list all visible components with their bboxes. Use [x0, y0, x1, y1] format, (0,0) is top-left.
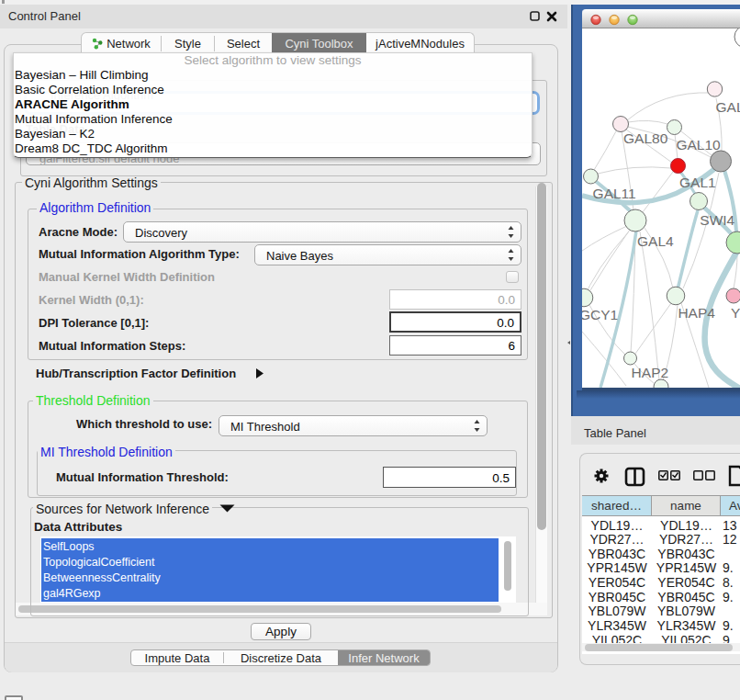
svg-text:GAL4: GAL4	[637, 233, 674, 249]
svg-text:GAL10: GAL10	[676, 137, 721, 152]
svg-text:GAL1: GAL1	[679, 175, 716, 190]
svg-text:Y: Y	[731, 305, 740, 321]
svg-text:GAL11: GAL11	[593, 186, 636, 201]
svg-text:HAP4: HAP4	[678, 305, 715, 321]
svg-text:GCY1: GCY1	[582, 307, 618, 322]
svg-text:GAL80: GAL80	[623, 130, 668, 146]
svg-text:GAL: GAL	[716, 99, 740, 115]
svg-text:HAP2: HAP2	[632, 365, 669, 380]
svg-text:SWI4: SWI4	[700, 212, 734, 228]
